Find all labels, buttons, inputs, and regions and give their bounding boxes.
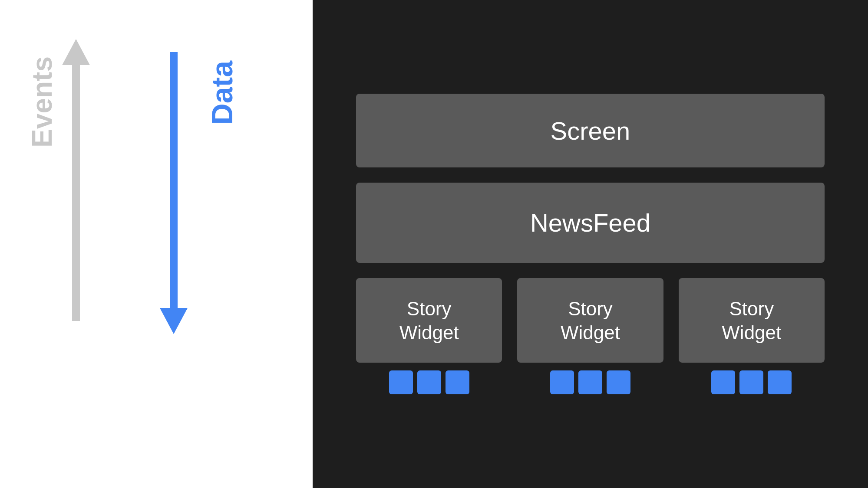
svg-marker-3 xyxy=(160,308,188,334)
newsfeed-label: NewsFeed xyxy=(530,208,650,237)
dot-3-2 xyxy=(739,370,763,394)
newsfeed-box: NewsFeed xyxy=(356,183,825,263)
data-group: Data xyxy=(156,35,191,340)
story-widget-box-1: StoryWidget xyxy=(356,278,502,363)
story-widget-dots-2 xyxy=(550,370,630,394)
story-widget-column-3: StoryWidget xyxy=(679,278,825,394)
story-widget-dots-3 xyxy=(711,370,792,394)
story-widget-label-2: StoryWidget xyxy=(561,297,620,344)
events-group: Events xyxy=(59,35,93,340)
story-widgets-row: StoryWidget StoryWidget StoryWidget xyxy=(356,278,825,394)
arrows-wrapper: Events Data xyxy=(0,0,313,488)
svg-marker-1 xyxy=(62,39,90,65)
events-arrow-svg xyxy=(59,35,93,338)
screen-label: Screen xyxy=(551,116,630,145)
dot-3-1 xyxy=(711,370,735,394)
story-widget-label-1: StoryWidget xyxy=(399,297,459,344)
dot-1-3 xyxy=(446,370,469,394)
dot-3-3 xyxy=(768,370,792,394)
dot-2-2 xyxy=(578,370,602,394)
screen-box: Screen xyxy=(356,94,825,167)
data-label: Data xyxy=(205,61,239,124)
data-arrow-svg xyxy=(156,35,191,338)
dot-1-1 xyxy=(389,370,413,394)
story-widget-column-2: StoryWidget xyxy=(517,278,663,394)
story-widget-box-3: StoryWidget xyxy=(679,278,825,363)
story-widget-column-1: StoryWidget xyxy=(356,278,502,394)
dot-2-3 xyxy=(607,370,630,394)
story-widget-label-3: StoryWidget xyxy=(722,297,781,344)
story-widget-box-2: StoryWidget xyxy=(517,278,663,363)
dot-1-2 xyxy=(417,370,441,394)
dot-2-1 xyxy=(550,370,574,394)
left-panel: Events Data xyxy=(0,0,313,488)
events-label: Events xyxy=(26,56,58,147)
story-widget-dots-1 xyxy=(389,370,469,394)
right-panel: Screen NewsFeed StoryWidget StoryWidget xyxy=(313,0,868,488)
